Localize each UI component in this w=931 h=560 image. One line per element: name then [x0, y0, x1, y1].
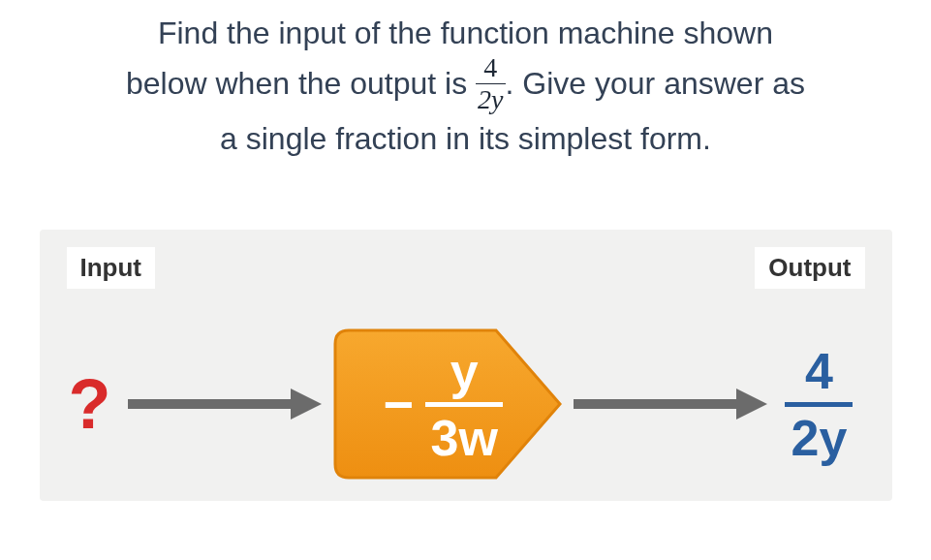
- arrow-icon: [574, 385, 767, 423]
- question-line-3: a single fraction in its simplest form.: [126, 115, 805, 162]
- input-value: ?: [69, 364, 111, 444]
- output-label: Output: [755, 247, 864, 289]
- input-label: Input: [67, 247, 156, 289]
- output-fraction: 4 2y: [785, 346, 853, 463]
- question-line-2: below when the output is 42y. Give your …: [126, 56, 805, 115]
- function-machine-panel: Input Output ? −: [40, 230, 892, 501]
- operation-fraction: y 3w: [425, 346, 503, 463]
- target-fraction: 42y: [476, 54, 505, 113]
- machine-flow: ? − y: [40, 336, 892, 472]
- question-text: Find the input of the function machine s…: [126, 10, 805, 162]
- minus-sign: −: [384, 374, 415, 434]
- question-line-1: Find the input of the function machine s…: [126, 10, 805, 56]
- svg-marker-1: [291, 389, 322, 420]
- operation-content: − y 3w: [331, 327, 564, 482]
- arrow-icon: [128, 385, 322, 423]
- operation-block: − y 3w: [331, 327, 564, 482]
- svg-marker-3: [736, 389, 767, 420]
